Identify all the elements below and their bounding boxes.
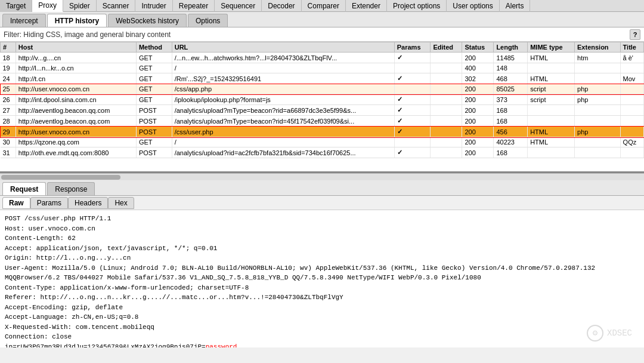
cell-host: https://qzone.qq.com	[16, 137, 136, 147]
table-row[interactable]: 18http://v...g....cnGET/...n...ew...h...…	[1, 53, 644, 63]
cell-#: 28	[1, 116, 16, 127]
request-line-7: Content-Type: application/x-www-form-url…	[5, 283, 639, 293]
table-row[interactable]: 30https://qzone.qq.comGET/20040223HTMLQQ…	[1, 137, 644, 147]
cell-edited	[431, 84, 462, 94]
request-line-11: X-Requested-With: com.tencent.mobileqq	[5, 322, 639, 333]
menu-item-repeater[interactable]: Repeater	[173, 0, 215, 12]
menu-item-project-options[interactable]: Project options	[387, 0, 447, 12]
cell-edited	[431, 94, 462, 105]
menu-item-sequencer[interactable]: Sequencer	[215, 0, 262, 12]
cell-host: http://v...g....cn	[16, 53, 136, 63]
tab-websockets-history[interactable]: WebSockets history	[108, 14, 187, 27]
cell-mime type: HTML	[528, 127, 575, 137]
menu-item-proxy[interactable]: Proxy	[32, 0, 63, 12]
menu-item-target[interactable]: Target	[0, 0, 32, 12]
cell-extension	[575, 147, 621, 158]
sub-tab-headers[interactable]: Headers	[68, 197, 108, 209]
col-header-method[interactable]: Method	[136, 42, 172, 53]
watermark-icon: ⚙	[587, 325, 603, 342]
table-row[interactable]: 28http://aeventlog.beacon.qq.comPOST/ana…	[1, 116, 644, 127]
cell-#: 19	[1, 63, 16, 73]
col-header-title[interactable]: Title	[620, 42, 643, 53]
table-row[interactable]: 25http://user.vnoco.com.cnGET/css/app.ph…	[1, 84, 644, 94]
cell-mime type	[528, 147, 575, 158]
cell-status: 200	[462, 137, 494, 147]
filter-text: Filter: Hiding CSS, image and general bi…	[4, 30, 171, 39]
cell-title: Mov	[620, 73, 643, 84]
menu-item-intruder[interactable]: Intruder	[135, 0, 172, 12]
cell-edited	[431, 63, 462, 73]
table-row[interactable]: 26http://int.dpool.sina.com.cnGET/iplook…	[1, 94, 644, 105]
sub-tab-hex[interactable]: Hex	[108, 197, 134, 209]
menu-item-user-options[interactable]: User options	[447, 0, 499, 12]
table-row[interactable]: 29http://user.vnoco.com.cnPOST/css/user.…	[1, 127, 644, 137]
cell-params: ✓	[394, 53, 431, 63]
cell-method: GET	[136, 84, 172, 94]
cell-host: http://int.dpool.sina.com.cn	[16, 94, 136, 105]
request-line-10: Accept-Language: zh-CN,en-US;q=0.8	[5, 312, 639, 322]
cell-length: 168	[494, 105, 528, 116]
cell-#: 27	[1, 105, 16, 116]
cell-mime type: script	[528, 84, 575, 94]
col-header-url[interactable]: URL	[172, 42, 394, 53]
cell-method: GET	[136, 73, 172, 84]
cell-method: GET	[136, 94, 172, 105]
sub-tab-params[interactable]: Params	[30, 197, 68, 209]
cell-#: 30	[1, 137, 16, 147]
cell-extension	[575, 116, 621, 127]
col-header-length[interactable]: Length	[494, 42, 528, 53]
cell-url: /	[172, 137, 394, 147]
cell-length: 40223	[494, 137, 528, 147]
menu-item-extender[interactable]: Extender	[346, 0, 387, 12]
table-row[interactable]: 24http://t.cnGET/Rm'...S2j?_=15243295164…	[1, 73, 644, 84]
cell-#: 26	[1, 94, 16, 105]
cell-status: 400	[462, 63, 494, 73]
cell-edited	[431, 127, 462, 137]
cell-length: 373	[494, 94, 528, 105]
col-header-params[interactable]: Params	[394, 42, 431, 53]
tab-options[interactable]: Options	[188, 14, 228, 27]
tab-http-history[interactable]: HTTP history	[47, 14, 107, 27]
sub-tab-raw[interactable]: Raw	[2, 197, 30, 209]
cell-status: 200	[462, 105, 494, 116]
scroll-thumb[interactable]	[1, 175, 120, 180]
request-line-9: Accept-Encoding: gzip, deflate	[5, 303, 639, 313]
cell-status: 200	[462, 53, 494, 63]
panel-tab-request[interactable]: Request	[2, 182, 46, 195]
horizontal-scrollbar[interactable]	[0, 173, 644, 180]
menu-item-comparer[interactable]: Comparer	[302, 0, 346, 12]
table-row[interactable]: 19http://l...n...kr...o.cnGET/400148	[1, 63, 644, 73]
request-line-12: Connection: close	[5, 332, 639, 342]
cell-length: 85025	[494, 84, 528, 94]
col-header-mime type[interactable]: MIME type	[528, 42, 575, 53]
cell-length: 168	[494, 116, 528, 127]
menu-item-scanner[interactable]: Scanner	[97, 0, 136, 12]
col-header-edited[interactable]: Edited	[431, 42, 462, 53]
cell-title	[620, 63, 643, 73]
col-header-status[interactable]: Status	[462, 42, 494, 53]
cell-url: /...n...ew...h...atchworks.htm?...l=2840…	[172, 53, 394, 63]
menu-item-alerts[interactable]: Alerts	[500, 0, 531, 12]
col-header-extension[interactable]: Extension	[575, 42, 621, 53]
panel-tab-response[interactable]: Response	[47, 182, 95, 195]
cell-method: POST	[136, 116, 172, 127]
help-button[interactable]: ?	[630, 29, 640, 40]
menu-item-spider[interactable]: Spider	[63, 0, 97, 12]
cell-edited	[431, 116, 462, 127]
cell-title	[620, 147, 643, 158]
cell-length: 11485	[494, 53, 528, 63]
cell-#: 31	[1, 147, 16, 158]
cell-status: 200	[462, 84, 494, 94]
col-header-host[interactable]: Host	[16, 42, 136, 53]
cell-params: ✓	[394, 127, 431, 137]
table-row[interactable]: 27http://aeventlog.beacon.qq.comPOST/ana…	[1, 105, 644, 116]
cell-edited	[431, 105, 462, 116]
cell-mime type	[528, 63, 575, 73]
menu-item-decoder[interactable]: Decoder	[262, 0, 301, 12]
col-header-#[interactable]: #	[1, 42, 16, 53]
table-row[interactable]: 31http://oth.eve.mdt.qq.com:8080POST/ana…	[1, 147, 644, 158]
cell-params: ✓	[394, 73, 431, 84]
request-line-2: Content-Length: 62	[5, 233, 639, 244]
tab-intercept[interactable]: Intercept	[2, 14, 46, 27]
cell-method: GET	[136, 137, 172, 147]
